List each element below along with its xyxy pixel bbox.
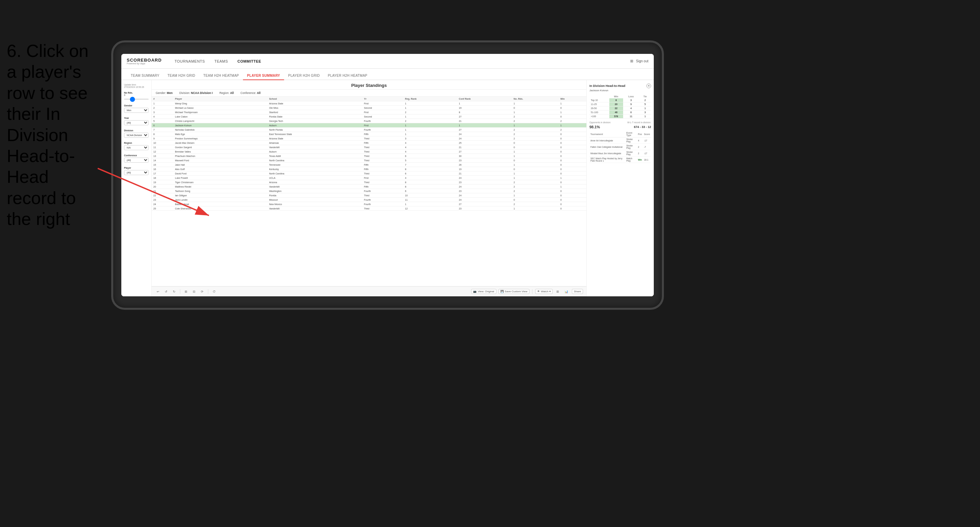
subnav-team-h2h-heatmap[interactable]: TEAM H2H HEATMAP	[199, 74, 243, 80]
cell-yr: Fifth	[362, 184, 403, 189]
table-row[interactable]: 21 Taehoon Song Washington Fourth 6 23 2…	[152, 189, 586, 193]
conference-select[interactable]: (All)	[124, 157, 149, 163]
table-row[interactable]: 17 David Ford North Carolina Third 6 21 …	[152, 171, 586, 176]
subnav-team-summary[interactable]: TEAM SUMMARY	[127, 74, 164, 80]
subnav-team-h2h-grid[interactable]: TEAM H2H GRID	[164, 74, 199, 80]
table-row[interactable]: 4 Luke Claton Florida State Second 1 27 …	[152, 114, 586, 119]
table-row[interactable]: 23 Jack Lundin Missouri Fourth 11 24 0 0	[152, 198, 586, 202]
filter-division: Division: NCAA Division I	[179, 91, 213, 95]
cell-rds: 2	[512, 189, 559, 193]
table-row[interactable]: 13 Phachuen Maichon Texas A&M Third 6 30…	[152, 154, 586, 158]
sign-out-link[interactable]: Sign out	[636, 59, 648, 63]
table-row[interactable]: 9 Preston Summerhays Arizona State Third…	[152, 137, 586, 141]
cell-school: Missouri	[267, 198, 362, 202]
table-row[interactable]: 7 Nicholas Gabrelick North Florida Fourt…	[152, 128, 586, 132]
forward-btn[interactable]: ↻	[171, 289, 177, 294]
tablet-screen: SCOREBOARD Powered by clippi TOURNAMENTS…	[121, 54, 654, 296]
table-row[interactable]: 12 Brendan Valles Auburn Third 4 27 1 0	[152, 149, 586, 154]
cell-reg: 2	[403, 110, 457, 114]
save-custom-view-btn[interactable]: 💾 Save Custom View	[498, 289, 530, 294]
table-row[interactable]: 14 Maxwell Ford North Carolina Third 5 2…	[152, 158, 586, 163]
gender-select[interactable]: Men	[124, 108, 149, 113]
tour-pos: 2	[637, 144, 643, 150]
cell-win: 2	[559, 128, 586, 132]
cell-rds: 1	[512, 171, 559, 176]
cell-win: 0	[559, 193, 586, 198]
table-row[interactable]: 16 Alex Goff Kentucky Fifth 8 19 0 0	[152, 167, 586, 171]
cell-rds: 0	[512, 158, 559, 163]
cell-num: 8	[152, 132, 173, 137]
cell-win: 0	[559, 149, 586, 154]
cell-yr: Fifth	[362, 167, 403, 171]
nav-committee[interactable]: COMMITTEE	[233, 54, 266, 69]
cell-rds: 2	[512, 137, 559, 141]
cell-yr: First	[362, 176, 403, 180]
table-row[interactable]: 6 Jackson Koivun Auburn First 1 1 1 1	[152, 123, 586, 128]
subnav-player-summary[interactable]: PLAYER SUMMARY	[243, 74, 284, 80]
instruction-text: 6. Click on a player's row to see their …	[0, 34, 105, 237]
filter-region: Region: All	[220, 91, 234, 95]
cell-player: Brendan Valles	[173, 149, 267, 154]
nav-teams[interactable]: TEAMS	[210, 54, 232, 69]
copy-btn[interactable]: ⊞	[183, 289, 189, 294]
close-h2h-btn[interactable]: ✕	[646, 84, 651, 88]
table-row[interactable]: 19 Tiger Christensen Arizona Third 8 23 …	[152, 180, 586, 184]
tablet-frame: SCOREBOARD Powered by clippi TOURNAMENTS…	[111, 40, 664, 310]
watch-btn[interactable]: 👁 Watch ▾	[535, 289, 553, 294]
year-select[interactable]: (All)	[124, 120, 149, 125]
player-select[interactable]: (All)	[124, 170, 149, 175]
table-row[interactable]: 24 Bastien Amat New Mexico Fourth 1 27 2…	[152, 202, 586, 206]
region-select[interactable]: N/A	[124, 145, 149, 150]
table-row[interactable]: 22 Ian Gilligan Florida Third 10 24 1 0	[152, 193, 586, 198]
chart-btn[interactable]: 📊	[563, 289, 570, 294]
table-row[interactable]: 18 Luke Powell UCLA First 4 24 1 1	[152, 176, 586, 180]
nav-right: ⊞ Sign out	[630, 59, 648, 63]
subnav-player-h2h-grid[interactable]: PLAYER H2H GRID	[284, 74, 324, 80]
nav-tournaments[interactable]: TOURNAMENTS	[170, 54, 210, 69]
h2h-label: 51-100	[589, 110, 609, 114]
cell-conf: 1	[457, 102, 512, 106]
clock-btn[interactable]: ⏱	[211, 289, 217, 294]
table-row[interactable]: 1 Wenyi Ding Arizona State First 1 1 1 1	[152, 102, 586, 106]
cell-reg: 5	[403, 158, 457, 163]
cell-rds: 2	[512, 114, 559, 119]
cell-conf: 27	[457, 114, 512, 119]
cell-num: 23	[152, 198, 173, 202]
no-rds-slider[interactable]	[124, 98, 149, 100]
table-row[interactable]: 11 Gordon Sargent Vanderbilt Third 4 21 …	[152, 145, 586, 149]
redo-btn[interactable]: ↺	[163, 289, 169, 294]
h2h-row: Top 10 8 3 2	[589, 98, 651, 102]
cell-num: 2	[152, 106, 173, 110]
refresh-btn[interactable]: ⟳	[199, 289, 205, 294]
tournament-row: SEC Match Play Hosted by Jerry Pate Roun…	[589, 157, 651, 163]
cell-school: North Florida	[267, 128, 362, 132]
table-row[interactable]: 2 Michael La Sasso Ole Miss Second 1 19 …	[152, 106, 586, 110]
cell-player: Jackson Koivun	[173, 123, 267, 128]
cell-school: Arizona State	[267, 102, 362, 106]
table-row[interactable]: 8 Mats Ege East Tennessee State Fifth 1 …	[152, 132, 586, 137]
cell-win: 0	[559, 189, 586, 193]
cell-yr: Fifth	[362, 132, 403, 137]
cell-reg: 1	[403, 123, 457, 128]
subnav-player-h2h-heatmap[interactable]: PLAYER H2H HEATMAP	[324, 74, 371, 80]
cell-win: 0	[559, 171, 586, 176]
cell-win: 0	[559, 180, 586, 184]
table-row[interactable]: 25 Cole Sherwood Vanderbilt Third 12 23 …	[152, 206, 586, 211]
division-select[interactable]: NCAA Division I	[124, 133, 149, 138]
table-row[interactable]: 15 Jake Hall Tennessee Fifth 7 26 1 0	[152, 163, 586, 167]
view-original-btn[interactable]: 📷 View: Original	[471, 289, 496, 294]
nav-items: TOURNAMENTS TEAMS COMMITTEE	[170, 54, 630, 69]
table-row[interactable]: 20 Matthew Riedel Vanderbilt Fifth 8 24 …	[152, 184, 586, 189]
h2h-tie-val: 3	[639, 110, 651, 114]
table-row[interactable]: 10 Jacob Mac Diesen Arkansas Fifth 4 25 …	[152, 141, 586, 145]
table-row[interactable]: 5 Christo Lamprecht Georgia Tech Fourth …	[152, 119, 586, 123]
paste-btn[interactable]: ⊟	[191, 289, 197, 294]
cell-conf: 30	[457, 154, 512, 158]
cell-reg: 6	[403, 154, 457, 158]
h2h-divider: Opponents in division: W-L-T record in-d…	[589, 121, 651, 124]
grid-btn[interactable]: ⊞	[555, 289, 561, 294]
share-btn[interactable]: Share	[572, 289, 583, 294]
cell-yr: Fourth	[362, 198, 403, 202]
table-row[interactable]: 3 Michael Thorbjornsen Stanford First 2 …	[152, 110, 586, 114]
undo-btn[interactable]: ↩	[155, 289, 161, 294]
